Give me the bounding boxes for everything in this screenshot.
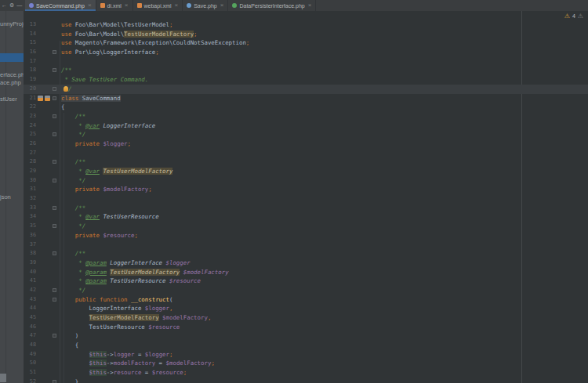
code-line-43[interactable]: 43 public function __construct( [24,295,588,305]
tab-SaveCommand.php[interactable]: SaveCommand.php× [25,0,96,11]
code-line-20[interactable]: 20 */ [24,85,588,94]
fold-marker-icon[interactable] [53,334,56,338]
close-icon[interactable]: × [175,2,179,9]
code-line-36[interactable]: 36 private $resource; [24,231,588,240]
code-line-45[interactable]: 45 TestUserModelFactory $modelFactory, [24,313,588,323]
tree-item-selected[interactable] [0,53,24,62]
xml-file-icon [137,3,142,8]
code-line-52[interactable]: 52 } [24,378,588,383]
intention-bulb-icon[interactable] [64,86,68,92]
fold-marker-icon[interactable] [53,132,56,136]
code-line-21[interactable]: 21class SaveCommand [24,94,588,103]
fold-marker-icon[interactable] [53,224,56,228]
code-line-51[interactable]: 51 $this->resource = $resource; [24,368,588,378]
code-text: * @var LoggerInterface [61,121,155,131]
code-text: use Foo\Bar\Model\TestUserModel; [61,20,172,30]
code-line-27[interactable]: 27 [24,149,588,158]
code-line-50[interactable]: 50 $this->modelFactory = $modelFactory; [24,359,588,368]
panel-corner-handle[interactable] [0,374,6,382]
tree-item[interactable]: unnyProject [0,20,24,28]
tree-item[interactable]: json [0,193,11,201]
warning-count: 4 [572,13,575,20]
code-line-32[interactable]: 32 [24,194,588,204]
line-number: 36 [24,231,36,240]
inspections-widget[interactable]: ⚠ 4 ⚠ [564,13,583,20]
code-line-40[interactable]: 40 * @param TestUserModelFactory $modelF… [24,268,588,277]
fold-marker-icon[interactable] [53,288,56,292]
code-line-15[interactable]: 15use Magento\Framework\Exception\CouldN… [24,38,588,48]
code-line-29[interactable]: 29 * @var TestUserModelFactory [24,167,588,176]
fold-marker-icon[interactable] [53,68,56,72]
class-gutter-icon[interactable] [45,96,50,101]
line-number: 27 [24,149,36,158]
code-text: * @param LoggerInterface $logger [61,258,191,268]
fold-marker-icon[interactable] [53,50,56,54]
code-line-38[interactable]: 38 /** [24,249,588,258]
code-line-42[interactable]: 42 */ [24,286,588,295]
back-icon[interactable]: ← [2,0,7,11]
fold-marker-icon[interactable] [53,179,56,182]
fold-marker-icon[interactable] [53,96,56,100]
code-line-34[interactable]: 34 * @var TestUserResource [24,212,588,222]
code-line-30[interactable]: 30 */ [24,176,588,186]
code-line-17[interactable]: 17 [24,57,588,67]
tab-Save.php[interactable]: Save.php× [183,0,228,11]
tab-webapi.xml[interactable]: webapi.xml× [133,0,183,11]
code-line-28[interactable]: 28 /** [24,157,588,167]
tree-item[interactable]: stUser [0,95,17,103]
line-number: 45 [24,313,36,323]
line-number: 20 [24,85,36,94]
code-line-35[interactable]: 35 */ [24,222,588,231]
code-line-13[interactable]: 13use Foo\Bar\Model\TestUserModel; [24,20,588,30]
tab-di.xml[interactable]: di.xml× [96,0,133,11]
fold-marker-icon[interactable] [53,380,56,383]
line-number: 46 [24,323,36,332]
close-icon[interactable]: × [308,2,312,9]
gear-icon[interactable]: ⚙ [9,0,14,11]
code-text: use Psr\Log\LoggerInterface; [61,48,159,57]
project-panel[interactable]: unnyProjecterface.phpace.phpstUserjson [0,11,24,383]
code-line-26[interactable]: 26 private $logger; [24,139,588,149]
code-line-46[interactable]: 46 TestUserResource $resource [24,323,588,332]
tab-label: webapi.xml [144,3,172,9]
code-editor[interactable]: 13use Foo\Bar\Model\TestUserModel;14use … [24,11,588,383]
code-text: class SaveCommand [61,94,121,103]
line-number: 43 [24,295,36,305]
code-line-39[interactable]: 39 * @param LoggerInterface $logger [24,258,588,268]
code-line-16[interactable]: 16use Psr\Log\LoggerInterface; [24,48,588,57]
class-gutter-icon[interactable] [38,96,43,101]
tab-label: DataPersisterInterface.php [239,3,304,9]
close-icon[interactable]: × [125,2,129,9]
code-line-18[interactable]: 18/** [24,66,588,75]
line-number: 24 [24,121,36,131]
code-line-14[interactable]: 14use Foo\Bar\Model\TestUserModelFactory… [24,30,588,39]
tab-DataPersisterInterface.php[interactable]: DataPersisterInterface.php× [228,0,316,11]
code-text: */ [61,222,85,231]
close-icon[interactable]: × [220,2,224,9]
code-line-33[interactable]: 33 /** [24,204,588,213]
fold-marker-icon[interactable] [53,206,56,210]
fold-marker-icon[interactable] [53,251,56,255]
code-line-19[interactable]: 19 * Save TestUser Command. [24,75,588,85]
code-line-31[interactable]: 31 private $modelFactory; [24,185,588,194]
line-number: 38 [24,249,36,258]
fold-marker-icon[interactable] [53,298,56,302]
code-line-24[interactable]: 24 * @var LoggerInterface [24,121,588,131]
close-icon[interactable]: × [88,2,92,9]
code-line-48[interactable]: 48 { [24,341,588,350]
hide-panel-icon[interactable]: — [16,0,22,11]
code-line-37[interactable]: 37 [24,240,588,250]
code-line-23[interactable]: 23 /** [24,112,588,121]
code-line-44[interactable]: 44 LoggerInterface $logger, [24,304,588,313]
code-line-25[interactable]: 25 */ [24,130,588,139]
fold-marker-icon[interactable] [53,87,56,91]
php-file-icon [29,3,34,8]
fold-marker-icon[interactable] [53,114,56,118]
code-line-22[interactable]: 22{ [24,103,588,112]
fold-marker-icon[interactable] [53,160,56,164]
code-line-41[interactable]: 41 * @param TestUserResource $resource [24,276,588,286]
code-line-49[interactable]: 49 $this->logger = $logger; [24,350,588,360]
tree-item[interactable]: ace.php [0,78,21,87]
weak-warning-icon: ⚠ [578,13,583,20]
code-line-47[interactable]: 47 ) [24,331,588,341]
